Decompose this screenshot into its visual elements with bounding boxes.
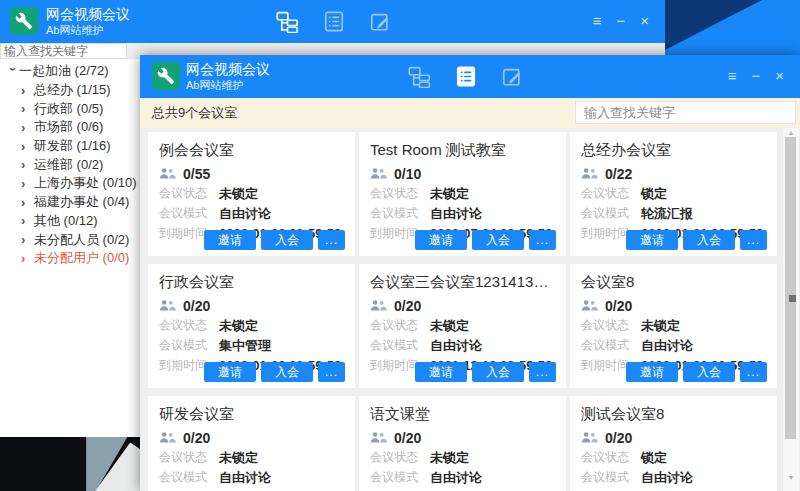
room-name: Test Room 测试教室 — [370, 141, 555, 160]
join-button[interactable]: 入会 — [261, 362, 313, 382]
invite-button[interactable]: 邀请 — [204, 230, 256, 250]
bg-titlebar: 网会视频会议 Ab网站维护 ≡ − × — [0, 0, 665, 43]
mode-label: 会议模式 — [581, 205, 641, 222]
room-capacity: 0/20 — [605, 430, 632, 446]
room-list-icon[interactable] — [323, 10, 345, 33]
chevron-right-icon[interactable]: › — [21, 83, 34, 98]
room-search-input[interactable] — [575, 101, 796, 124]
chevron-right-icon[interactable]: › — [21, 176, 34, 191]
invite-button[interactable]: 邀请 — [626, 230, 678, 250]
more-button[interactable]: ... — [740, 230, 767, 250]
status-label: 会议状态 — [370, 449, 430, 466]
scroll-down-arrow[interactable]: ▼ — [783, 474, 799, 481]
tree-item-label: 未分配用户 (0/0) — [34, 249, 129, 267]
status-value: 未锁定 — [430, 317, 469, 335]
chevron-right-icon[interactable]: › — [21, 139, 34, 154]
mode-label: 会议模式 — [581, 337, 641, 354]
invite-button[interactable]: 邀请 — [415, 362, 467, 382]
mode-value: 自由讨论 — [430, 337, 482, 355]
room-name: 会议室三会议室123141324141三会... — [370, 273, 555, 292]
org-chart-icon[interactable] — [408, 65, 431, 88]
scrollbar-grip[interactable] — [789, 295, 796, 302]
wrench-icon — [15, 12, 33, 30]
status-label: 会议状态 — [159, 185, 219, 202]
close-button[interactable]: × — [640, 11, 649, 31]
join-button[interactable]: 入会 — [683, 362, 735, 382]
chevron-right-icon[interactable]: › — [21, 195, 34, 210]
room-list-icon-active[interactable] — [455, 65, 477, 88]
join-button[interactable]: 入会 — [472, 230, 524, 250]
tree-item-7[interactable]: ›福建办事处 (0/4) — [0, 193, 140, 212]
join-button[interactable]: 入会 — [472, 362, 524, 382]
chevron-right-icon[interactable]: › — [21, 213, 34, 228]
tree-search-input[interactable] — [0, 43, 127, 59]
more-button[interactable]: ... — [318, 230, 345, 250]
tree-item-4[interactable]: ›研发部 (1/16) — [0, 137, 140, 156]
room-capacity: 0/20 — [183, 298, 210, 314]
wallpaper-navy-triangle — [665, 0, 800, 55]
tree-item-8[interactable]: ›其他 (0/12) — [0, 212, 140, 231]
minimize-button[interactable]: − — [616, 11, 625, 31]
tree-item-3[interactable]: ›市场部 (0/6) — [0, 118, 140, 137]
status-value: 未锁定 — [641, 317, 680, 335]
vertical-scrollbar[interactable]: ▲ ▼ — [783, 128, 799, 491]
org-chart-icon[interactable] — [276, 10, 299, 33]
chevron-down-icon[interactable]: › — [6, 67, 21, 78]
invite-button[interactable]: 邀请 — [626, 362, 678, 382]
more-button[interactable]: ... — [318, 362, 345, 382]
mode-value: 自由讨论 — [430, 205, 482, 223]
room-capacity: 0/20 — [394, 430, 421, 446]
bg-app-subtitle: Ab网站维护 — [46, 23, 103, 37]
bg-window-controls: ≡ − × — [593, 11, 649, 31]
mode-value: 自由讨论 — [641, 337, 693, 355]
chevron-right-icon[interactable]: › — [21, 101, 34, 116]
mode-label: 会议模式 — [370, 205, 430, 222]
fg-app-subtitle: Ab网站维护 — [186, 78, 243, 92]
room-name: 行政会议室 — [159, 273, 344, 292]
menu-button[interactable]: ≡ — [593, 11, 602, 31]
more-button[interactable]: ... — [740, 362, 767, 382]
chevron-right-icon[interactable]: › — [21, 120, 34, 135]
chevron-right-icon[interactable]: › — [21, 251, 34, 266]
status-value: 锁定 — [641, 449, 667, 467]
tree-item-5[interactable]: ›运维部 (0/2) — [0, 155, 140, 174]
chevron-right-icon[interactable]: › — [21, 232, 34, 247]
close-button[interactable]: × — [775, 66, 784, 86]
join-button[interactable]: 入会 — [683, 230, 735, 250]
room-card: 会议室80/20会议状态未锁定会议模式自由讨论到期时间2022-01-26 23… — [570, 264, 777, 388]
edit-icon[interactable] — [369, 10, 391, 33]
tree-item-10[interactable]: ›未分配用户 (0/0) — [0, 249, 140, 268]
status-value: 锁定 — [641, 185, 667, 203]
join-button[interactable]: 入会 — [261, 230, 313, 250]
menu-button[interactable]: ≡ — [728, 66, 737, 86]
more-button[interactable]: ... — [529, 230, 556, 250]
tree-item-1[interactable]: ›总经办 (1/15) — [0, 81, 140, 100]
room-name: 例会会议室 — [159, 141, 344, 160]
tree-item-label: 市场部 (0/6) — [34, 118, 103, 136]
tree-item-2[interactable]: ›行政部 (0/5) — [0, 99, 140, 118]
app-logo — [10, 7, 38, 35]
room-card: 例会会议室0/55会议状态未锁定会议模式自由讨论到期时间2028-01-26 2… — [148, 132, 355, 256]
status-label: 会议状态 — [370, 185, 430, 202]
tree-item-0[interactable]: ›一起加油 (2/72) — [0, 62, 140, 81]
tree-item-label: 一起加油 (2/72) — [19, 62, 109, 80]
status-label: 会议状态 — [581, 185, 641, 202]
scrollbar-thumb[interactable] — [785, 137, 796, 439]
chevron-right-icon[interactable]: › — [21, 157, 34, 172]
tree-item-label: 其他 (0/12) — [34, 212, 98, 230]
app-logo — [152, 62, 180, 90]
mode-label: 会议模式 — [159, 469, 219, 486]
minimize-button[interactable]: − — [751, 66, 760, 86]
edit-icon[interactable] — [501, 65, 523, 88]
more-button[interactable]: ... — [529, 362, 556, 382]
tree-item-9[interactable]: ›未分配人员 (0/2) — [0, 230, 140, 249]
room-capacity: 0/20 — [394, 298, 421, 314]
room-card: 语文课堂0/20会议状态未锁定会议模式自由讨论到期时间2022-01-26 23… — [359, 396, 566, 491]
invite-button[interactable]: 邀请 — [415, 230, 467, 250]
tree-item-label: 运维部 (0/2) — [34, 156, 103, 174]
invite-button[interactable]: 邀请 — [204, 362, 256, 382]
scroll-up-arrow[interactable]: ▲ — [783, 129, 799, 136]
tree-item-6[interactable]: ›上海办事处 (0/10) — [0, 174, 140, 193]
mode-value: 集中管理 — [219, 337, 271, 355]
mode-label: 会议模式 — [581, 469, 641, 486]
